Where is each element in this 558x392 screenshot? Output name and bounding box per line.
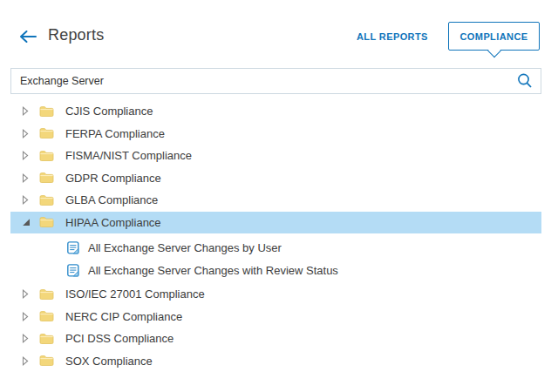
tree-item-label: NERC CIP Compliance (65, 311, 182, 322)
reports-panel: Reports ALL REPORTS COMPLIANCE CJIS Comp… (0, 0, 558, 392)
tree-item-gdpr-compliance[interactable]: GDPR Compliance (10, 167, 541, 190)
tree-item-cjis-compliance[interactable]: CJIS Compliance (10, 100, 541, 123)
tree-item-glba-compliance[interactable]: GLBA Compliance (10, 189, 541, 212)
arrow-left-icon (17, 29, 38, 44)
folder-icon (39, 333, 54, 345)
search-bar (10, 68, 541, 94)
folder-icon (39, 355, 54, 367)
expand-toggle-icon[interactable] (10, 106, 39, 116)
tab-compliance[interactable]: COMPLIANCE (448, 22, 540, 51)
tree-item-label: HIPAA Compliance (65, 217, 161, 228)
report-label: All Exchange Server Changes with Review … (88, 265, 338, 276)
tree-item-fisma-nist-compliance[interactable]: FISMA/NIST Compliance (10, 145, 541, 167)
expand-toggle-icon[interactable] (10, 151, 39, 160)
tree-item-all-exchange-server-changes-with-review-status[interactable]: All Exchange Server Changes with Review … (10, 260, 541, 282)
tree-item-label: ISO/IEC 27001 Compliance (65, 288, 205, 300)
expand-toggle-icon[interactable] (10, 195, 39, 205)
folder-icon (39, 150, 54, 162)
tree-item-label: FERPA Compliance (65, 128, 165, 139)
expand-toggle-icon[interactable] (10, 129, 39, 139)
tree-item-pci-dss-compliance[interactable]: PCI DSS Compliance (10, 328, 541, 350)
back-button[interactable] (17, 29, 38, 44)
tree-item-label: SOX Compliance (65, 355, 153, 367)
folder-icon (39, 194, 54, 206)
tab-compliance-label: COMPLIANCE (460, 31, 528, 42)
tree-item-ferpa-compliance[interactable]: FERPA Compliance (10, 123, 541, 145)
expand-toggle-icon[interactable] (10, 356, 39, 366)
tree-item-label: GLBA Compliance (65, 194, 158, 206)
tab-all-reports[interactable]: ALL REPORTS (357, 31, 428, 42)
tree-item-nerc-cip-compliance[interactable]: NERC CIP Compliance (10, 306, 541, 328)
expand-toggle-icon[interactable] (10, 312, 39, 321)
search-icon[interactable] (516, 72, 534, 90)
tree-item-label: FISMA/NIST Compliance (65, 150, 192, 161)
tree-item-label: GDPR Compliance (65, 172, 161, 184)
tree-item-all-exchange-server-changes-by-user[interactable]: All Exchange Server Changes by User (10, 237, 541, 260)
folder-icon (39, 172, 54, 184)
tree-item-label: PCI DSS Compliance (65, 333, 174, 344)
reports-tree: CJIS ComplianceFERPA ComplianceFISMA/NIS… (10, 100, 541, 372)
tab-caret (487, 44, 501, 57)
report-icon (67, 241, 79, 254)
expand-toggle-icon[interactable] (10, 289, 39, 299)
folder-icon (39, 105, 54, 118)
folder-icon (39, 216, 54, 228)
search-input[interactable] (11, 69, 516, 93)
tree-children: All Exchange Server Changes by UserAll E… (10, 233, 541, 283)
folder-icon (39, 310, 54, 322)
tree-item-sox-compliance[interactable]: SOX Compliance (10, 350, 541, 373)
tree-item-iso-iec-27001-compliance[interactable]: ISO/IEC 27001 Compliance (10, 283, 541, 306)
expand-toggle-icon[interactable] (10, 173, 39, 183)
report-icon (67, 264, 79, 277)
expand-toggle-icon[interactable] (10, 334, 39, 343)
tree-item-label: CJIS Compliance (65, 105, 153, 117)
report-label: All Exchange Server Changes by User (88, 242, 282, 253)
page-title: Reports (48, 26, 104, 44)
folder-icon (39, 127, 54, 139)
collapse-toggle-icon[interactable] (10, 218, 39, 226)
folder-icon (39, 288, 54, 301)
tree-item-hipaa-compliance[interactable]: HIPAA Compliance (10, 212, 541, 234)
